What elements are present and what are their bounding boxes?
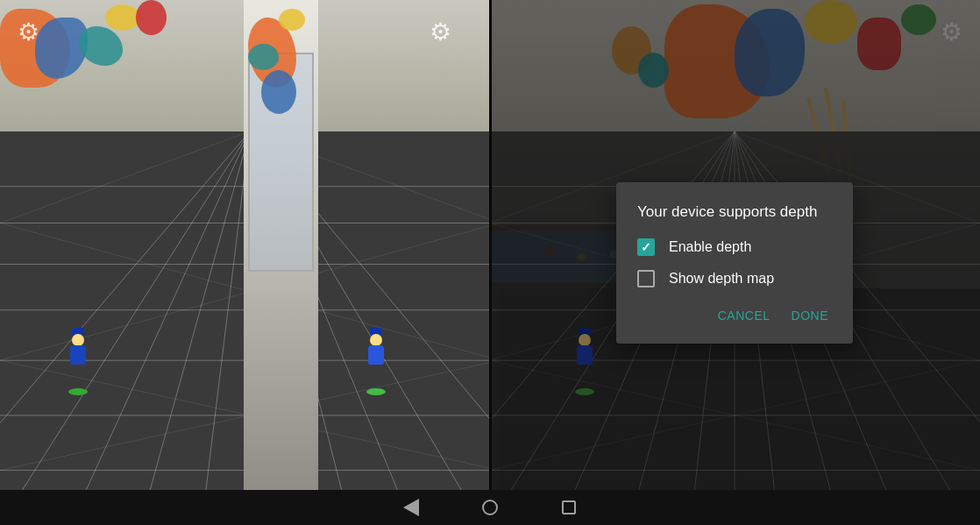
toy-figure-2 [368,345,384,389]
cancel-button[interactable]: CANCEL [714,302,774,330]
settings-icon-left[interactable]: ⚙ [18,18,39,46]
enable-depth-checkbox[interactable]: ✓ [637,238,655,256]
wall-art [261,70,296,114]
done-button[interactable]: DONE [788,302,832,330]
navigation-bar [0,490,980,525]
show-depth-map-label: Show depth map [669,271,774,287]
enable-depth-label: Enable depth [669,239,751,255]
depth-dialog: Your device supports depth ✓ Enable dept… [616,182,853,344]
home-button[interactable] [477,499,503,516]
back-icon [403,499,419,516]
wall-art [248,44,279,70]
settings-icon-center[interactable]: ⚙ [430,18,451,46]
dialog-overlay: Your device supports depth ✓ Enable dept… [489,0,980,525]
wall-art [105,4,140,31]
back-button[interactable] [398,499,424,516]
recents-button[interactable] [556,499,582,516]
wall-art [279,9,305,31]
wall-art [79,26,123,66]
toy-figure-1 [70,345,86,389]
center-divider [244,0,318,525]
dialog-actions: CANCEL DONE [637,302,832,330]
home-icon [482,500,498,515]
wall-art [136,0,167,35]
enable-depth-option[interactable]: ✓ Enable depth [637,238,832,256]
show-depth-map-option[interactable]: Show depth map [637,270,832,287]
dialog-title: Your device supports depth [637,203,832,221]
show-depth-map-checkbox[interactable] [637,270,655,287]
checkmark-icon: ✓ [641,241,651,253]
recents-icon [562,500,576,514]
